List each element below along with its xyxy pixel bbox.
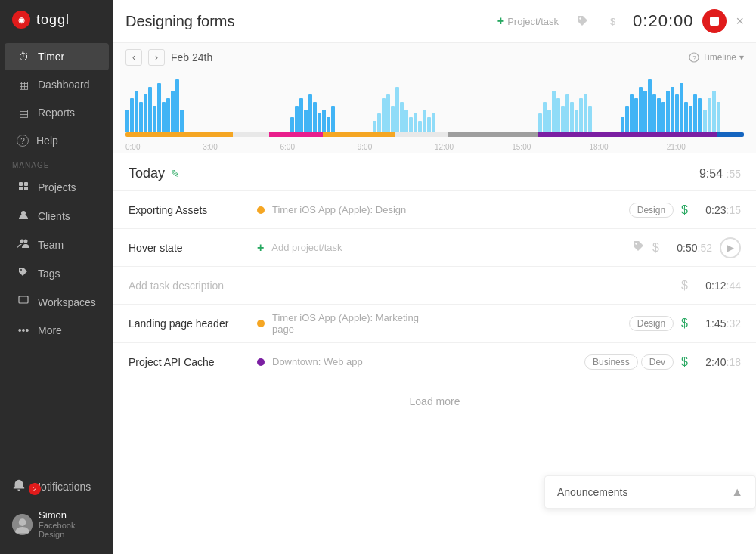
- sidebar-item-projects[interactable]: Projects: [5, 173, 109, 201]
- entry-currency-landing-page-header[interactable]: $: [681, 317, 688, 330]
- entry-currency-add-task[interactable]: $: [681, 279, 688, 292]
- entry-tags-exporting-assets: Design: [629, 203, 674, 218]
- bell-icon-wrap: 2: [12, 478, 26, 494]
- billable-button[interactable]: $: [603, 12, 624, 30]
- sidebar-item-label-dashboard: Dashboard: [38, 79, 90, 91]
- dollar-icon: $: [607, 15, 619, 27]
- sidebar-item-dashboard[interactable]: ▦ Dashboard: [5, 71, 109, 98]
- sidebar-nav: ⏱ Timer ▦ Dashboard ▤ Reports ? Help Man…: [0, 39, 113, 463]
- entry-currency-hover-state[interactable]: $: [652, 241, 659, 255]
- announcement-text: Anouncements: [557, 486, 627, 498]
- sidebar-item-timer[interactable]: ⏱ Timer: [5, 43, 109, 70]
- entry-project-exporting-assets: Timer iOS App (Apple): Design: [272, 204, 443, 215]
- time-entry-exporting-assets: Exporting AssetsTimer iOS App (Apple): D…: [113, 190, 756, 228]
- user-info: Simon Facebook Design: [39, 509, 101, 539]
- notifications-label: Notifications: [33, 481, 91, 493]
- notifications-item[interactable]: 2 Notifications: [0, 471, 113, 502]
- tag-icon: [577, 15, 589, 27]
- svg-rect-1: [24, 182, 28, 186]
- timeline-next-button[interactable]: ›: [148, 49, 165, 66]
- entry-dot-project-api-cache: [257, 358, 265, 366]
- sidebar-item-clients[interactable]: Clients: [5, 202, 109, 230]
- add-project-label: Project/task: [507, 16, 559, 27]
- sidebar-bottom: 2 Notifications Simon Facebook Design: [0, 463, 113, 554]
- main-content: Designing forms + Project/task $ 0:20:00…: [113, 0, 756, 554]
- entries-container: Exporting AssetsTimer iOS App (Apple): D…: [113, 190, 756, 380]
- manage-label: Manage: [0, 155, 113, 172]
- sidebar-item-help[interactable]: ? Help: [5, 127, 109, 154]
- svg-point-15: [635, 243, 637, 244]
- load-more-button[interactable]: Load more: [113, 380, 756, 422]
- announcement-popup[interactable]: Anouncements ▲: [544, 475, 756, 509]
- entry-currency-exporting-assets[interactable]: $: [681, 203, 688, 217]
- bell-icon: [12, 478, 26, 492]
- entry-time-project-api-cache: 2:40:18: [696, 356, 741, 368]
- stop-button[interactable]: [702, 9, 727, 33]
- svg-point-10: [19, 518, 26, 526]
- timer-icon: ⏱: [17, 51, 30, 63]
- sidebar-item-workspaces[interactable]: Workspaces: [5, 288, 109, 316]
- tag-button[interactable]: [572, 12, 593, 30]
- add-project-inline-icon: +: [257, 241, 264, 255]
- task-title[interactable]: Designing forms: [125, 13, 485, 30]
- logo-text: toggl: [36, 12, 70, 28]
- entry-name-hover-state[interactable]: Hover state: [129, 242, 249, 254]
- main-header: Designing forms + Project/task $ 0:20:00…: [113, 0, 756, 43]
- sidebar-item-tags[interactable]: Tags: [5, 259, 109, 287]
- sidebar-item-more[interactable]: ••• More: [5, 317, 109, 344]
- svg-point-5: [20, 240, 24, 243]
- svg-rect-2: [19, 187, 23, 190]
- edit-icon[interactable]: ✎: [171, 168, 180, 180]
- logo-icon: ◉: [12, 11, 30, 29]
- time-entry-landing-page-header: Landing page headerTimer iOS App (Apple)…: [113, 304, 756, 342]
- sidebar-item-label-help: Help: [36, 135, 58, 147]
- timeline-chevron-icon: ▾: [739, 52, 744, 63]
- sidebar-item-label-tags: Tags: [38, 268, 60, 280]
- today-label: Today: [129, 166, 165, 181]
- sidebar-item-label-timer: Timer: [38, 51, 64, 63]
- tag-pill-Design[interactable]: Design: [629, 316, 674, 331]
- tag-icon-hover-state[interactable]: [633, 240, 645, 255]
- svg-rect-0: [19, 182, 23, 186]
- tag-pill-Business[interactable]: Business: [584, 354, 638, 370]
- tag-pill-Design[interactable]: Design: [629, 203, 674, 218]
- stop-icon: [710, 17, 719, 26]
- entry-currency-project-api-cache[interactable]: $: [681, 355, 688, 369]
- workspaces-icon: [17, 296, 30, 308]
- entry-tags-landing-page-header: Design: [629, 316, 674, 331]
- time-entry-hover-state: Hover state+Add project/task$0:50:52▶: [113, 228, 756, 266]
- entry-name-exporting-assets[interactable]: Exporting Assets: [129, 204, 249, 216]
- entry-dot-landing-page-header: [257, 320, 265, 327]
- sidebar-item-label-workspaces: Workspaces: [38, 296, 96, 308]
- timeline-help[interactable]: ? Timeline ▾: [689, 52, 744, 63]
- entry-dot-exporting-assets: [257, 206, 265, 214]
- entry-name-project-api-cache[interactable]: Project API Cache: [129, 356, 249, 368]
- time-entry-add-task: Add task description$0:12:44: [113, 266, 756, 304]
- entry-name-add-task[interactable]: Add task description: [129, 280, 249, 292]
- sidebar-item-reports[interactable]: ▤ Reports: [5, 99, 109, 126]
- timeline-help-label: Timeline: [702, 52, 736, 63]
- timeline-area: ‹ › Feb 24th ? Timeline ▾ 0:003:006:009:…: [113, 43, 756, 153]
- entry-time-landing-page-header: 1:45:32: [696, 317, 741, 330]
- entry-project-hover-state[interactable]: Add project/task: [271, 242, 445, 253]
- close-button[interactable]: ×: [736, 14, 744, 29]
- sidebar-item-team[interactable]: Team: [5, 231, 109, 258]
- time-entry-project-api-cache: Project API CacheDowntown: Web appBusine…: [113, 342, 756, 380]
- reports-icon: ▤: [17, 107, 30, 119]
- play-button-hover-state[interactable]: ▶: [720, 237, 741, 258]
- projects-icon: [17, 181, 30, 193]
- add-project-button[interactable]: + Project/task: [493, 11, 563, 31]
- timeline-labels: 0:003:006:009:0012:0015:0018:0021:00: [125, 140, 744, 153]
- more-icon: •••: [17, 324, 30, 336]
- tag-pill-Dev[interactable]: Dev: [641, 354, 674, 370]
- today-total-time: 9:54: [699, 167, 723, 180]
- svg-rect-3: [24, 187, 28, 190]
- user-workspace: Facebook Design: [39, 521, 101, 539]
- svg-rect-8: [19, 296, 28, 303]
- clients-icon: [17, 209, 30, 222]
- timeline-prev-button[interactable]: ‹: [125, 49, 142, 66]
- entry-name-landing-page-header[interactable]: Landing page header: [129, 317, 249, 330]
- color-bar: [125, 132, 744, 137]
- user-profile[interactable]: Simon Facebook Design: [0, 502, 113, 546]
- logo[interactable]: ◉ toggl: [0, 0, 113, 39]
